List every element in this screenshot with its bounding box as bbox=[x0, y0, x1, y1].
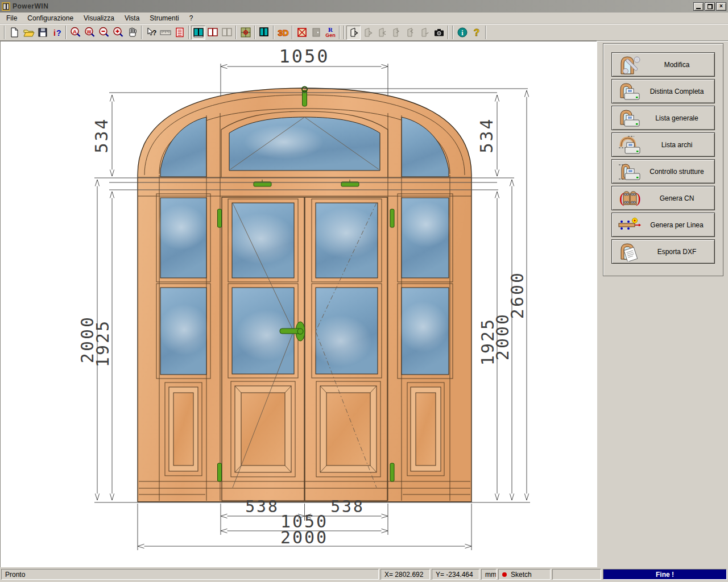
door-open-4-button[interactable] bbox=[389, 26, 403, 40]
dim-arch-left: 534 bbox=[92, 117, 111, 153]
dim-arch-right: 534 bbox=[477, 117, 497, 153]
restore-button[interactable] bbox=[705, 2, 715, 11]
export-dxf-icon bbox=[614, 242, 645, 261]
door-drawing: 1050 534 534 2000 1925 1925 2000 2600 53… bbox=[1, 41, 596, 567]
target-icon bbox=[239, 26, 252, 39]
check-structure-icon bbox=[614, 162, 645, 181]
door-open-3-button[interactable] bbox=[375, 26, 389, 40]
door-open-6-button[interactable] bbox=[417, 26, 432, 40]
save-icon bbox=[36, 26, 49, 39]
menu-item-help[interactable]: ? bbox=[184, 13, 198, 23]
door-open-2-icon bbox=[362, 26, 374, 39]
zoom-all-button[interactable]: A bbox=[68, 26, 82, 40]
window-solid-button[interactable] bbox=[257, 26, 271, 40]
zoom-all-icon: A bbox=[69, 26, 82, 39]
svg-text:Gen: Gen bbox=[325, 32, 336, 38]
cross-box-button[interactable] bbox=[295, 26, 309, 40]
report-list-button[interactable] bbox=[172, 26, 187, 40]
svg-text:3D: 3D bbox=[278, 28, 288, 38]
zoom-out-button[interactable] bbox=[97, 26, 111, 40]
modifica-button[interactable]: Modifica bbox=[611, 52, 715, 77]
mode-indicator-icon bbox=[502, 572, 507, 577]
door-assembly bbox=[138, 87, 471, 502]
window-view-button-active[interactable] bbox=[191, 26, 205, 40]
toolbar-separator bbox=[141, 26, 142, 39]
distinta-completa-label: Distinta Completa bbox=[645, 88, 712, 95]
status-x-coordinate: X= 2802.692 bbox=[380, 569, 430, 580]
dim-bottom-total: 2000 bbox=[280, 527, 328, 547]
toolbar-separator bbox=[344, 26, 345, 39]
status-bar: Pronto X= 2802.692 Y= -234.464 mm Sketch… bbox=[0, 567, 728, 582]
genera-cn-button[interactable]: () Genera CN bbox=[611, 186, 715, 210]
app-icon bbox=[2, 2, 10, 11]
menu-item-configurazione[interactable]: Configurazione bbox=[22, 13, 78, 23]
status-y-coordinate: Y= -234.464 bbox=[432, 569, 479, 580]
minimize-button[interactable] bbox=[693, 2, 704, 11]
esporta-dxf-button[interactable]: Esporta DXF bbox=[611, 239, 715, 264]
menu-item-visualizza[interactable]: Visualizza bbox=[78, 13, 119, 23]
print-window-icon bbox=[614, 82, 645, 101]
target-center-button[interactable] bbox=[238, 26, 253, 40]
dim-right-total: 2600 bbox=[507, 271, 527, 319]
window-solid-icon bbox=[258, 26, 271, 39]
help-button[interactable]: ? bbox=[469, 26, 483, 40]
hinge-bottom-right bbox=[390, 463, 394, 481]
door-open-3-icon bbox=[376, 26, 388, 39]
svg-text:?: ? bbox=[152, 29, 156, 37]
print-window-icon bbox=[614, 109, 645, 128]
zoom-in-button[interactable] bbox=[111, 26, 125, 40]
door-open-5-button[interactable] bbox=[403, 26, 417, 40]
context-help-icon: ? bbox=[145, 26, 158, 39]
help-icon: ? bbox=[470, 26, 483, 39]
info-icon: i bbox=[456, 26, 469, 39]
svg-text:?: ? bbox=[473, 27, 479, 38]
zoom-in-icon bbox=[112, 26, 125, 39]
menu-item-strumenti[interactable]: Strumenti bbox=[144, 13, 184, 23]
about-button[interactable]: i? bbox=[49, 26, 64, 40]
zoom-window-icon: W bbox=[84, 26, 96, 39]
hinge-top-left bbox=[218, 209, 222, 227]
view-3d-button[interactable]: 3D bbox=[276, 26, 290, 40]
restore-icon bbox=[708, 4, 713, 9]
pan-button[interactable] bbox=[125, 26, 139, 40]
title-bar: PowerWIN × bbox=[0, 0, 728, 13]
mode-label: Sketch bbox=[511, 571, 532, 579]
window-view-red-button[interactable] bbox=[205, 26, 220, 40]
info-button[interactable]: i bbox=[455, 26, 469, 40]
dim-bottom-leaf-left: 538 bbox=[245, 497, 279, 516]
zoom-window-button[interactable]: W bbox=[82, 26, 97, 40]
window-view-disabled-button[interactable] bbox=[220, 26, 234, 40]
lista-generale-button[interactable]: Lista generale bbox=[611, 106, 715, 130]
measure-button[interactable] bbox=[158, 26, 172, 40]
camera-button[interactable] bbox=[432, 26, 446, 40]
door-open-1-button[interactable] bbox=[346, 26, 361, 40]
open-file-button[interactable] bbox=[21, 26, 35, 40]
window-view-icon bbox=[192, 26, 205, 39]
distinta-completa-button[interactable]: Distinta Completa bbox=[611, 79, 715, 103]
toolbar-separator bbox=[188, 26, 189, 39]
door-open-2-button[interactable] bbox=[361, 26, 375, 40]
new-document-button[interactable] bbox=[7, 26, 21, 40]
toolbar-separator bbox=[452, 26, 453, 39]
context-help-button[interactable]: ? bbox=[144, 26, 158, 40]
controllo-strutture-label: Controllo strutture bbox=[645, 168, 712, 176]
menu-item-file[interactable]: File bbox=[1, 13, 22, 23]
genera-per-linea-button[interactable]: Genera per Linea bbox=[611, 213, 715, 237]
door-view-disabled-button[interactable] bbox=[309, 26, 323, 40]
menu-item-vista[interactable]: Vista bbox=[119, 13, 144, 23]
save-button[interactable] bbox=[35, 26, 49, 40]
lista-archi-label: Lista archi bbox=[645, 141, 712, 149]
ruler-icon bbox=[159, 26, 172, 39]
status-ready: Pronto bbox=[1, 569, 379, 580]
genera-cn-label: Genera CN bbox=[645, 194, 712, 202]
dim-left-inner: 1925 bbox=[93, 319, 113, 367]
svg-text:i: i bbox=[53, 28, 56, 38]
r-gen-button[interactable]: RGen bbox=[323, 26, 337, 40]
dim-bottom-leaf-right: 538 bbox=[330, 497, 365, 516]
lista-archi-button[interactable]: Lista archi bbox=[611, 132, 715, 157]
dim-right-mid: 2000 bbox=[493, 313, 512, 360]
window-title: PowerWIN bbox=[13, 2, 692, 10]
controllo-strutture-button[interactable]: Controllo strutture bbox=[611, 159, 715, 184]
close-button[interactable]: × bbox=[716, 2, 726, 11]
drawing-canvas[interactable]: 1050 534 534 2000 1925 1925 2000 2600 53… bbox=[0, 41, 597, 567]
